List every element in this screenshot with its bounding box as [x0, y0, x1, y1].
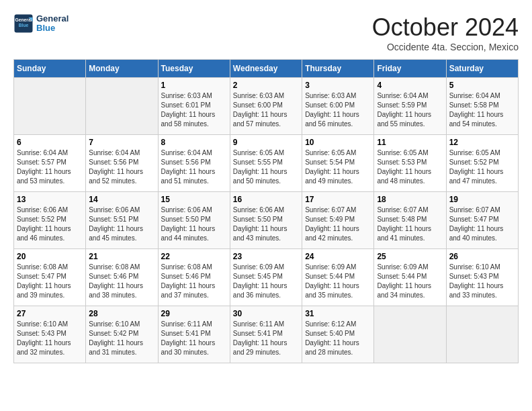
calendar-table: Sunday Monday Tuesday Wednesday Thursday…	[13, 59, 519, 363]
day-number: 7	[89, 138, 154, 147]
calendar-cell: 31Sunrise: 6:12 AM Sunset: 5:40 PM Dayli…	[302, 306, 374, 363]
day-info: Sunrise: 6:11 AM Sunset: 5:41 PM Dayligh…	[233, 320, 299, 357]
calendar-cell: 14Sunrise: 6:06 AM Sunset: 5:51 PM Dayli…	[86, 192, 158, 249]
day-number: 15	[161, 195, 227, 204]
day-info: Sunrise: 6:09 AM Sunset: 5:44 PM Dayligh…	[305, 263, 371, 300]
calendar-cell: 4Sunrise: 6:04 AM Sunset: 5:59 PM Daylig…	[374, 78, 446, 135]
calendar-cell	[446, 306, 518, 363]
calendar-cell: 17Sunrise: 6:07 AM Sunset: 5:49 PM Dayli…	[302, 192, 374, 249]
calendar-cell: 23Sunrise: 6:09 AM Sunset: 5:45 PM Dayli…	[230, 249, 302, 306]
calendar-cell: 6Sunrise: 6:04 AM Sunset: 5:57 PM Daylig…	[14, 135, 86, 192]
calendar-cell: 21Sunrise: 6:08 AM Sunset: 5:46 PM Dayli…	[86, 249, 158, 306]
day-number: 14	[89, 195, 154, 204]
day-number: 29	[161, 309, 227, 318]
month-title: October 2024	[372, 13, 519, 42]
calendar-cell: 3Sunrise: 6:03 AM Sunset: 6:00 PM Daylig…	[302, 78, 374, 135]
day-info: Sunrise: 6:06 AM Sunset: 5:50 PM Dayligh…	[233, 205, 299, 243]
day-info: Sunrise: 6:10 AM Sunset: 5:43 PM Dayligh…	[449, 263, 515, 300]
calendar-cell: 19Sunrise: 6:07 AM Sunset: 5:47 PM Dayli…	[446, 192, 518, 249]
day-number: 30	[233, 309, 299, 318]
calendar-cell	[374, 306, 446, 363]
day-info: Sunrise: 6:06 AM Sunset: 5:52 PM Dayligh…	[17, 205, 83, 243]
day-number: 28	[89, 309, 154, 318]
day-number: 6	[17, 138, 83, 147]
calendar-cell: 12Sunrise: 6:05 AM Sunset: 5:52 PM Dayli…	[446, 135, 518, 192]
day-number: 21	[89, 252, 154, 261]
day-number: 10	[305, 138, 371, 147]
day-number: 17	[305, 195, 371, 204]
calendar-cell: 30Sunrise: 6:11 AM Sunset: 5:41 PM Dayli…	[230, 306, 302, 363]
calendar-cell: 24Sunrise: 6:09 AM Sunset: 5:44 PM Dayli…	[302, 249, 374, 306]
calendar-week-row: 20Sunrise: 6:08 AM Sunset: 5:47 PM Dayli…	[14, 249, 519, 306]
calendar-cell: 26Sunrise: 6:10 AM Sunset: 5:43 PM Dayli…	[446, 249, 518, 306]
calendar-cell: 9Sunrise: 6:05 AM Sunset: 5:55 PM Daylig…	[230, 135, 302, 192]
day-number: 24	[305, 252, 371, 261]
day-info: Sunrise: 6:07 AM Sunset: 5:48 PM Dayligh…	[377, 205, 443, 243]
calendar-cell: 16Sunrise: 6:06 AM Sunset: 5:50 PM Dayli…	[230, 192, 302, 249]
day-number: 3	[305, 81, 371, 90]
calendar-cell: 13Sunrise: 6:06 AM Sunset: 5:52 PM Dayli…	[14, 192, 86, 249]
day-info: Sunrise: 6:05 AM Sunset: 5:52 PM Dayligh…	[449, 148, 515, 186]
day-info: Sunrise: 6:03 AM Sunset: 6:00 PM Dayligh…	[305, 91, 371, 129]
header-friday: Friday	[374, 60, 446, 78]
day-info: Sunrise: 6:08 AM Sunset: 5:46 PM Dayligh…	[161, 263, 227, 300]
day-info: Sunrise: 6:10 AM Sunset: 5:42 PM Dayligh…	[89, 320, 154, 357]
day-number: 16	[233, 195, 299, 204]
calendar-header-row: Sunday Monday Tuesday Wednesday Thursday…	[14, 60, 519, 78]
calendar-cell: 8Sunrise: 6:04 AM Sunset: 5:56 PM Daylig…	[158, 135, 230, 192]
day-info: Sunrise: 6:04 AM Sunset: 5:56 PM Dayligh…	[89, 148, 154, 186]
calendar-week-row: 13Sunrise: 6:06 AM Sunset: 5:52 PM Dayli…	[14, 192, 519, 249]
day-number: 11	[377, 138, 443, 147]
day-number: 1	[161, 81, 227, 90]
day-info: Sunrise: 6:06 AM Sunset: 5:50 PM Dayligh…	[161, 205, 227, 243]
calendar-cell: 1Sunrise: 6:03 AM Sunset: 6:01 PM Daylig…	[158, 78, 230, 135]
day-info: Sunrise: 6:05 AM Sunset: 5:55 PM Dayligh…	[233, 148, 299, 186]
day-info: Sunrise: 6:09 AM Sunset: 5:44 PM Dayligh…	[377, 263, 443, 300]
header-tuesday: Tuesday	[158, 60, 230, 78]
day-info: Sunrise: 6:11 AM Sunset: 5:41 PM Dayligh…	[161, 320, 227, 357]
calendar-cell: 27Sunrise: 6:10 AM Sunset: 5:43 PM Dayli…	[14, 306, 86, 363]
calendar-week-row: 27Sunrise: 6:10 AM Sunset: 5:43 PM Dayli…	[14, 306, 519, 363]
header-wednesday: Wednesday	[230, 60, 302, 78]
day-info: Sunrise: 6:08 AM Sunset: 5:47 PM Dayligh…	[17, 263, 83, 300]
day-info: Sunrise: 6:07 AM Sunset: 5:49 PM Dayligh…	[305, 205, 371, 243]
calendar-cell: 7Sunrise: 6:04 AM Sunset: 5:56 PM Daylig…	[86, 135, 158, 192]
day-number: 25	[377, 252, 443, 261]
day-info: Sunrise: 6:07 AM Sunset: 5:47 PM Dayligh…	[449, 205, 515, 243]
location-subtitle: Occidente 4ta. Seccion, Mexico	[372, 42, 519, 52]
calendar-cell	[14, 78, 86, 135]
day-number: 5	[449, 81, 515, 90]
calendar-cell: 5Sunrise: 6:04 AM Sunset: 5:58 PM Daylig…	[446, 78, 518, 135]
calendar-cell	[86, 78, 158, 135]
header-thursday: Thursday	[302, 60, 374, 78]
calendar-cell: 18Sunrise: 6:07 AM Sunset: 5:48 PM Dayli…	[374, 192, 446, 249]
calendar-cell: 22Sunrise: 6:08 AM Sunset: 5:46 PM Dayli…	[158, 249, 230, 306]
calendar-cell: 28Sunrise: 6:10 AM Sunset: 5:42 PM Dayli…	[86, 306, 158, 363]
day-info: Sunrise: 6:12 AM Sunset: 5:40 PM Dayligh…	[305, 320, 371, 357]
calendar-cell: 25Sunrise: 6:09 AM Sunset: 5:44 PM Dayli…	[374, 249, 446, 306]
day-number: 22	[161, 252, 227, 261]
day-number: 2	[233, 81, 299, 90]
calendar-cell: 15Sunrise: 6:06 AM Sunset: 5:50 PM Dayli…	[158, 192, 230, 249]
logo-general: General	[36, 13, 69, 24]
calendar-week-row: 1Sunrise: 6:03 AM Sunset: 6:01 PM Daylig…	[14, 78, 519, 135]
day-number: 12	[449, 138, 515, 147]
day-info: Sunrise: 6:04 AM Sunset: 5:57 PM Dayligh…	[17, 148, 83, 186]
svg-text:Blue: Blue	[19, 23, 29, 28]
day-number: 4	[377, 81, 443, 90]
calendar-week-row: 6Sunrise: 6:04 AM Sunset: 5:57 PM Daylig…	[14, 135, 519, 192]
logo-blue: Blue	[36, 23, 55, 33]
day-info: Sunrise: 6:09 AM Sunset: 5:45 PM Dayligh…	[233, 263, 299, 300]
day-number: 26	[449, 252, 515, 261]
calendar-cell: 11Sunrise: 6:05 AM Sunset: 5:53 PM Dayli…	[374, 135, 446, 192]
day-number: 27	[17, 309, 83, 318]
day-number: 20	[17, 252, 83, 261]
page-header: General Blue General Blue October 2024 O…	[13, 13, 519, 52]
day-number: 13	[17, 195, 83, 204]
day-number: 31	[305, 309, 371, 318]
day-info: Sunrise: 6:03 AM Sunset: 6:00 PM Dayligh…	[233, 91, 299, 129]
header-monday: Monday	[86, 60, 158, 78]
day-info: Sunrise: 6:08 AM Sunset: 5:46 PM Dayligh…	[89, 263, 154, 300]
day-info: Sunrise: 6:04 AM Sunset: 5:58 PM Dayligh…	[449, 91, 515, 129]
day-number: 18	[377, 195, 443, 204]
